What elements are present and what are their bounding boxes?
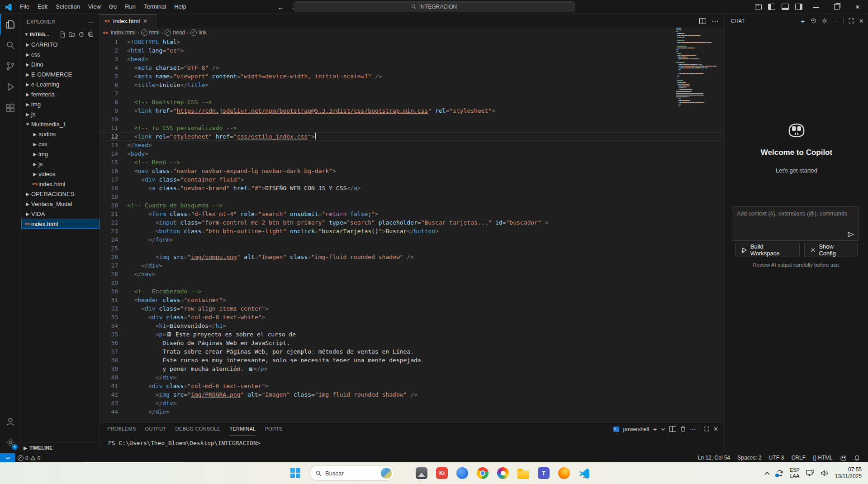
code-line[interactable]: 28 </nav>	[100, 270, 724, 278]
code-line[interactable]: 6 <title>Inicio</title>	[100, 81, 724, 89]
shell-label[interactable]: powershell	[623, 426, 649, 432]
toggle-sidebar-icon[interactable]	[765, 0, 778, 14]
code-line[interactable]: 16 <nav class="navbar navbar-expand-lg n…	[100, 167, 724, 175]
timeline-section[interactable]: ▶ TIMELINE	[21, 442, 100, 453]
code-line[interactable]: 20<!-- Cuadro de búsqueda -->	[100, 201, 724, 210]
editor-more-actions-icon[interactable]: ⋯	[711, 17, 719, 25]
code-line[interactable]: 12 <link rel="stylesheet" href="css/esti…	[100, 132, 724, 141]
status-ln-12-col-54[interactable]: Ln 12, Col 54	[694, 453, 734, 463]
chat-close-icon[interactable]: ✕	[859, 18, 864, 24]
code-line[interactable]: 41 <div class="col-md-6 text-center">	[100, 382, 724, 390]
status--html[interactable]: {} HTML	[809, 453, 836, 463]
tree-item-Dino[interactable]: ▶Dino	[21, 59, 100, 69]
code-line[interactable]: 17 <div class="container-fluid">	[100, 175, 724, 184]
chat-input[interactable]: Add context (#), extensions (@), command…	[732, 206, 859, 241]
code-line[interactable]: 29	[100, 278, 724, 287]
close-button[interactable]: ✕	[847, 0, 868, 14]
code-line[interactable]: 37 Trata sobre crear Páginas Web, por ej…	[100, 347, 724, 356]
status-utf-8[interactable]: UTF-8	[765, 453, 788, 463]
breadcrumb-item-html[interactable]: html	[141, 29, 160, 36]
terminal-more-icon[interactable]: ⋯	[690, 426, 696, 432]
chat-expand-icon[interactable]	[849, 18, 854, 24]
start-button[interactable]	[289, 467, 301, 479]
taskbar-app-ki[interactable]: Ki	[436, 467, 448, 479]
account-icon[interactable]	[0, 411, 21, 432]
extensions-icon[interactable]	[0, 97, 21, 118]
menu-view[interactable]: View	[84, 2, 105, 12]
code-line[interactable]: 25	[100, 244, 724, 253]
menu-go[interactable]: Go	[105, 2, 121, 12]
tree-item-img[interactable]: ▶img	[21, 149, 100, 159]
workspace-section-header[interactable]: ▼ INTEG...	[21, 29, 100, 39]
code-line[interactable]: 5 <meta name="viewport" content="width=d…	[100, 72, 724, 81]
code-line[interactable]: 32 <div class="row align-items-center">	[100, 304, 724, 313]
code-line[interactable]: 21 <form class="d-flex mt-4" role="searc…	[100, 210, 724, 218]
panel-tab-problems[interactable]: PROBLEMS	[107, 423, 136, 435]
menu-selection[interactable]: Selection	[52, 2, 84, 12]
explorer-icon[interactable]	[0, 14, 21, 35]
panel-tab-output[interactable]: OUTPUT	[145, 423, 166, 435]
code-line[interactable]: 43 </div>	[100, 399, 724, 407]
code-line[interactable]: 1<!DOCTYPE html>	[100, 38, 724, 46]
taskbar-app-folder[interactable]	[517, 467, 529, 479]
code-line[interactable]: 11 <!-- Tu CSS personalizado -->	[100, 124, 724, 132]
tree-item-css[interactable]: ▶css	[21, 49, 100, 59]
customize-layout-icon[interactable]	[751, 0, 765, 14]
remote-indicator[interactable]: ><	[0, 453, 15, 463]
tree-item-Multimedia_1[interactable]: ▼Multimedia_1	[21, 119, 100, 129]
language-indicator[interactable]: ESPLAA	[790, 467, 800, 479]
code-line[interactable]: 31 <header class="container">	[100, 296, 724, 304]
code-line[interactable]: 8 <!-- Bootstrap CSS -->	[100, 98, 724, 106]
menu-run[interactable]: Run	[121, 2, 140, 12]
code-line[interactable]: 42 <img src="img/PROGRA.png" alt="Imagen…	[100, 390, 724, 399]
code-line[interactable]: 33 <div class="col-md-6 text-white">	[100, 313, 724, 321]
toggle-panel-icon[interactable]	[778, 0, 792, 14]
taskbar-app-dark[interactable]	[416, 467, 427, 479]
new-folder-icon[interactable]	[69, 31, 75, 38]
kill-terminal-icon[interactable]	[680, 426, 686, 432]
tree-item-OPERACIONES[interactable]: ▶OPERACIONES	[21, 189, 100, 199]
breadcrumb-item-link[interactable]: link	[190, 29, 207, 36]
code-line[interactable]: 35 <p>🖥 Este proyecto es sobre el curso …	[100, 330, 724, 339]
network-icon[interactable]	[806, 470, 815, 477]
toggle-secondary-sidebar-icon[interactable]	[792, 0, 806, 14]
taskbar-app-vscode[interactable]	[579, 467, 590, 479]
chat-history-icon[interactable]	[810, 18, 816, 24]
build-workspace-button[interactable]: Build Workspace	[735, 243, 800, 257]
code-line[interactable]: 22 <input class="form-control me-2 btn b…	[100, 218, 724, 227]
code-line[interactable]: 9 <link href="https://cdn.jsdelivr.net/n…	[100, 106, 724, 115]
refresh-icon[interactable]	[78, 31, 85, 38]
command-center-search[interactable]: INTEGRACION	[294, 1, 575, 12]
breadcrumb-item-head[interactable]: head	[165, 29, 185, 36]
status-crlf[interactable]: CRLF	[788, 453, 809, 463]
search-icon[interactable]	[0, 35, 21, 56]
code-line[interactable]: 38 Este curso es muy interesante, solo s…	[100, 356, 724, 364]
new-chat-icon[interactable]: +	[801, 17, 805, 25]
back-arrow-icon[interactable]: ←	[276, 3, 285, 11]
status-spaces-2[interactable]: Spaces: 2	[734, 453, 765, 463]
code-line[interactable]: 13</head>	[100, 141, 724, 149]
terminal-dropdown-icon[interactable]	[661, 427, 665, 431]
menu-edit[interactable]: Edit	[33, 2, 52, 12]
code-editor[interactable]: 1<!DOCTYPE html>2<html lang="es">3<head>…	[100, 38, 724, 422]
tree-item-ferreteria[interactable]: ▶ferreteria	[21, 89, 100, 99]
tab-close-icon[interactable]: ✕	[143, 18, 147, 24]
tree-item-css[interactable]: ▶css	[21, 139, 100, 149]
code-line[interactable]: 7	[100, 89, 724, 98]
restore-button[interactable]	[826, 0, 847, 14]
tab-index-html[interactable]: <> index.html ✕	[100, 14, 157, 28]
code-line[interactable]: 26 <img src="img/compu.png" alt="Imagen"…	[100, 253, 724, 261]
run-debug-icon[interactable]	[0, 77, 21, 97]
taskbar-app-chrome[interactable]	[477, 467, 489, 479]
code-line[interactable]: 36 Diseño de Páginas Web en JavaScript.	[100, 339, 724, 347]
chat-more-icon[interactable]: ⋯	[833, 18, 838, 24]
code-line[interactable]: 18 <a class="navbar-brand" href="#">DISE…	[100, 184, 724, 192]
code-line[interactable]: 2<html lang="es">	[100, 46, 724, 55]
code-line[interactable]: 19	[100, 192, 724, 201]
explorer-more-actions-icon[interactable]: ⋯	[88, 19, 94, 25]
tree-item-CARRITO[interactable]: ▶CARRITO	[21, 39, 100, 49]
show-config-button[interactable]: Show Config	[804, 243, 858, 257]
menu-file[interactable]: File	[16, 2, 33, 12]
code-line[interactable]: 27 </div>	[100, 261, 724, 270]
chat-settings-gear-icon[interactable]	[821, 18, 828, 24]
